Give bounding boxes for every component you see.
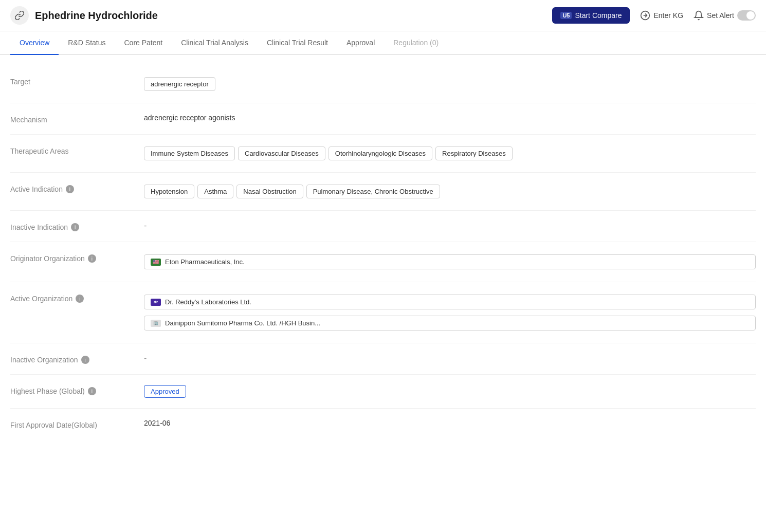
overview-content: Target adrenergic receptor Mechanism adr… — [0, 55, 766, 450]
active-indication-row: Active Indication i Hypotension Asthma N… — [10, 173, 756, 211]
active-indication-info-icon[interactable]: i — [66, 185, 74, 193]
drug-logo — [10, 6, 29, 25]
target-value: adrenergic receptor — [144, 76, 756, 93]
originator-org-label: Originator Organization i — [10, 252, 144, 263]
tab-regulation: Regulation (0) — [384, 31, 448, 55]
active-indication-value: Hypotension Asthma Nasal Obstruction Pul… — [144, 183, 756, 200]
therapeutic-area-tag-immune[interactable]: Immune System Diseases — [144, 146, 235, 160]
start-compare-button[interactable]: U5 Start Compare — [552, 7, 630, 24]
dainippon-icon: 🏢 — [151, 320, 161, 327]
active-org-drreddy[interactable]: dr Dr. Reddy's Laboratories Ltd. — [144, 295, 756, 309]
tab-approval[interactable]: Approval — [337, 31, 384, 55]
first-approval-date-text: 2021-06 — [144, 417, 170, 427]
highest-phase-value: Approved — [144, 385, 756, 398]
mechanism-text: adrenergic receptor agonists — [144, 112, 235, 122]
inactive-indication-value: - — [144, 221, 756, 230]
active-org-row: Active Organization i dr Dr. Reddy's Lab… — [10, 282, 756, 343]
originator-org-value: Eton Pharmaceuticals, Inc. — [144, 252, 756, 271]
tab-overview[interactable]: Overview — [10, 31, 59, 55]
first-approval-date-label: First Approval Date(Global) — [10, 419, 144, 429]
highest-phase-label: Highest Phase (Global) i — [10, 385, 144, 395]
active-indication-label: Active Indication i — [10, 183, 144, 193]
indication-tag-asthma[interactable]: Asthma — [197, 185, 233, 198]
compare-badge: U5 — [560, 12, 572, 19]
first-approval-date-row: First Approval Date(Global) 2021-06 — [10, 409, 756, 439]
enter-kg-button[interactable]: Enter KG — [640, 10, 683, 21]
dainippon-name: Dainippon Sumitomo Pharma Co. Ltd. /HGH … — [165, 319, 320, 327]
first-approval-date-value: 2021-06 — [144, 419, 756, 427]
drreddy-icon: dr — [151, 299, 161, 306]
indication-tag-nasal-obstruction[interactable]: Nasal Obstruction — [236, 185, 303, 198]
alert-toggle[interactable] — [737, 10, 756, 21]
therapeutic-area-tag-otorhinolaryngologic[interactable]: Otorhinolaryngologic Diseases — [329, 146, 432, 160]
mechanism-value: adrenergic receptor agonists — [144, 114, 756, 122]
inactive-org-info-icon[interactable]: i — [81, 356, 89, 364]
toggle-knob — [746, 11, 755, 20]
inactive-indication-row: Inactive Indication i - — [10, 211, 756, 242]
tab-rd-status[interactable]: R&D Status — [59, 31, 115, 55]
header-actions: U5 Start Compare Enter KG Set Alert — [552, 7, 756, 24]
inactive-org-dash: - — [144, 354, 147, 362]
therapeutic-area-tag-respiratory[interactable]: Respiratory Diseases — [435, 146, 513, 160]
highest-phase-row: Highest Phase (Global) i Approved — [10, 375, 756, 409]
drreddy-name: Dr. Reddy's Laboratories Ltd. — [165, 298, 251, 306]
tab-clinical-trial-analysis[interactable]: Clinical Trial Analysis — [172, 31, 258, 55]
set-alert-button[interactable]: Set Alert — [694, 10, 756, 21]
target-label: Target — [10, 76, 144, 86]
mechanism-row: Mechanism adrenergic receptor agonists — [10, 103, 756, 135]
drug-title: Ephedrine Hydrochloride — [35, 10, 552, 22]
eton-name: Eton Pharmaceuticals, Inc. — [165, 258, 245, 266]
originator-org-eton[interactable]: Eton Pharmaceuticals, Inc. — [144, 254, 756, 269]
enter-kg-label: Enter KG — [653, 11, 683, 20]
active-org-info-icon[interactable]: i — [76, 295, 84, 303]
active-org-value: dr Dr. Reddy's Laboratories Ltd. 🏢 Daini… — [144, 292, 756, 333]
inactive-indication-dash: - — [144, 221, 147, 230]
therapeutic-areas-row: Therapeutic Areas Immune System Diseases… — [10, 135, 756, 173]
tab-bar: Overview R&D Status Core Patent Clinical… — [0, 31, 766, 55]
eton-icon — [151, 259, 161, 266]
therapeutic-areas-value: Immune System Diseases Cardiovascular Di… — [144, 145, 756, 162]
target-row: Target adrenergic receptor — [10, 65, 756, 103]
target-tag[interactable]: adrenergic receptor — [144, 77, 215, 91]
enter-kg-icon — [640, 10, 650, 21]
tab-core-patent[interactable]: Core Patent — [115, 31, 172, 55]
inactive-indication-info-icon[interactable]: i — [71, 223, 79, 231]
indication-tag-hypotension[interactable]: Hypotension — [144, 185, 194, 198]
therapeutic-areas-label: Therapeutic Areas — [10, 145, 144, 155]
therapeutic-area-tag-cardiovascular[interactable]: Cardiovascular Diseases — [238, 146, 325, 160]
indication-tag-pulmonary[interactable]: Pulmonary Disease, Chronic Obstructive — [306, 185, 440, 198]
originator-org-row: Originator Organization i Eton Pharmaceu… — [10, 242, 756, 282]
phase-badge[interactable]: Approved — [144, 385, 186, 398]
active-org-label: Active Organization i — [10, 292, 144, 303]
active-org-dainippon[interactable]: 🏢 Dainippon Sumitomo Pharma Co. Ltd. /HG… — [144, 316, 756, 331]
originator-org-info-icon[interactable]: i — [88, 254, 96, 263]
inactive-org-label: Inactive Organization i — [10, 354, 144, 364]
highest-phase-info-icon[interactable]: i — [88, 387, 96, 395]
tab-clinical-trial-result[interactable]: Clinical Trial Result — [258, 31, 337, 55]
page-header: Ephedrine Hydrochloride U5 Start Compare… — [0, 0, 766, 31]
inactive-org-row: Inactive Organization i - — [10, 343, 756, 375]
compare-label: Start Compare — [575, 11, 622, 20]
inactive-org-value: - — [144, 354, 756, 363]
mechanism-label: Mechanism — [10, 114, 144, 124]
bell-icon — [694, 10, 704, 21]
inactive-indication-label: Inactive Indication i — [10, 221, 144, 231]
set-alert-label: Set Alert — [707, 11, 734, 20]
